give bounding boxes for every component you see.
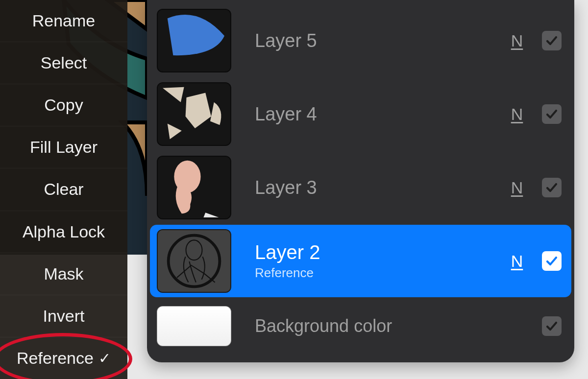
visibility-checkbox[interactable] — [542, 178, 562, 197]
blend-mode-badge[interactable]: N — [508, 252, 526, 271]
blend-mode-badge[interactable]: N — [508, 105, 526, 124]
layer-text: Background color — [255, 316, 508, 336]
menu-rename[interactable]: Rename — [0, 0, 127, 42]
menu-fill-layer[interactable]: Fill Layer — [0, 126, 127, 168]
checkmark-icon: ✓ — [98, 350, 111, 367]
menu-item-label: Clear — [44, 180, 83, 199]
layer-row[interactable]: Layer 5 N — [150, 4, 571, 77]
menu-item-label: Alpha Lock — [23, 222, 105, 241]
layer-name: Background color — [255, 316, 508, 336]
menu-mask[interactable]: Mask — [0, 253, 127, 295]
layer-thumbnail[interactable] — [157, 9, 231, 72]
visibility-checkbox[interactable] — [542, 104, 562, 124]
layer-thumbnail[interactable] — [157, 82, 231, 146]
menu-item-label: Copy — [44, 95, 83, 115]
menu-item-label: Select — [41, 53, 87, 72]
layer-name: Layer 3 — [255, 177, 508, 198]
layer-row-selected[interactable]: Layer 2 Reference N — [150, 225, 571, 297]
layer-text: Layer 5 — [255, 30, 508, 51]
visibility-checkbox[interactable] — [542, 251, 562, 271]
layers-panel: Layer 5 N Layer 4 N — [147, 0, 574, 362]
layer-thumbnail[interactable] — [157, 229, 231, 293]
layer-row[interactable]: Layer 3 N — [150, 151, 571, 224]
blend-mode-badge[interactable]: N — [508, 31, 526, 50]
layer-text: Layer 2 Reference — [255, 241, 508, 281]
menu-invert[interactable]: Invert — [0, 295, 127, 337]
menu-clear[interactable]: Clear — [0, 168, 127, 211]
menu-item-label: Invert — [43, 307, 84, 326]
menu-select[interactable]: Select — [0, 42, 127, 84]
menu-copy[interactable]: Copy — [0, 84, 127, 126]
menu-item-label: Mask — [44, 264, 83, 284]
background-layer-row[interactable]: Background color — [150, 302, 571, 351]
layer-subtitle: Reference — [255, 265, 508, 281]
layer-text: Layer 4 — [255, 104, 508, 125]
blend-mode-badge[interactable]: N — [508, 178, 526, 197]
layer-name: Layer 4 — [255, 104, 508, 125]
visibility-checkbox[interactable] — [542, 316, 562, 336]
menu-item-label: Reference — [17, 349, 94, 368]
layer-text: Layer 3 — [255, 177, 508, 198]
visibility-checkbox[interactable] — [542, 31, 562, 50]
menu-item-label: Fill Layer — [30, 138, 98, 157]
menu-alpha-lock[interactable]: Alpha Lock — [0, 211, 127, 253]
layer-context-menu: Rename Select Copy Fill Layer Clear Alph… — [0, 0, 127, 379]
menu-item-label: Rename — [32, 11, 96, 30]
menu-reference[interactable]: Reference ✓ — [0, 337, 127, 379]
layer-thumbnail[interactable] — [157, 156, 231, 219]
layer-row[interactable]: Layer 4 N — [150, 78, 571, 150]
background-thumbnail[interactable] — [157, 306, 231, 346]
layer-name: Layer 2 — [255, 241, 508, 263]
layer-name: Layer 5 — [255, 30, 508, 51]
